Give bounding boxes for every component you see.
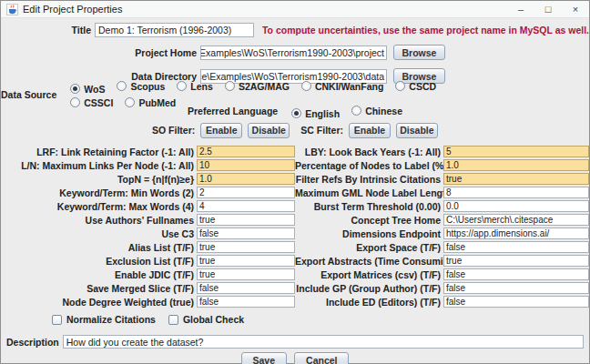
- minimize-button[interactable]: –: [507, 1, 534, 18]
- radio-label: CSCD: [409, 81, 436, 92]
- property-input-lrf-link-retaining-factor-1-all[interactable]: [197, 146, 295, 157]
- property-label: Export Matrices (csv) (T/F): [295, 269, 443, 280]
- property-input-node-degree-weighted-true[interactable]: [197, 296, 295, 308]
- property-input-include-ed-editors-t-f[interactable]: [443, 296, 589, 308]
- property-input-lby-look-back-years-1-all[interactable]: [443, 146, 589, 157]
- action-buttons: Save Cancel: [1, 352, 589, 364]
- radio-unselected-icon: [125, 97, 135, 107]
- cancel-button[interactable]: Cancel: [294, 352, 349, 364]
- radio-label: S2AG/MAG: [239, 81, 290, 92]
- property-input-l-n-maximum-links-per-node-1-all[interactable]: [197, 159, 295, 171]
- property-label: Enable JDIC (T/F): [1, 269, 197, 280]
- radio-pubmed[interactable]: PubMed: [125, 97, 176, 108]
- sc-filter-enable-button[interactable]: Enable: [349, 123, 391, 138]
- project-home-browse-button[interactable]: Browse: [393, 45, 445, 60]
- property-row-keyword-term-min-words-2: Keyword/Term: Min Words (2): [1, 186, 295, 199]
- property-label: Exclusion List (T/F): [1, 256, 197, 267]
- checkbox-unchecked-icon: [52, 315, 62, 325]
- property-row-lby-look-back-years-1-all: LBY: Look Back Years (-1: All): [295, 145, 589, 158]
- data-source-row: Data Source WoSScopusLensS2AG/MAGCNKI/Wa…: [1, 88, 589, 101]
- property-input-use-c3[interactable]: [197, 228, 295, 239]
- radio-label: CNKI/WanFang: [315, 81, 383, 92]
- radio-cscd[interactable]: CSCD: [395, 81, 436, 92]
- checkbox-normalize-citations[interactable]: Normalize Citations: [52, 314, 156, 325]
- property-input-use-authors-fullnames[interactable]: [197, 214, 295, 226]
- radio-unselected-icon: [301, 81, 311, 91]
- property-row-export-matrices-csv-t-f: Export Matrices (csv) (T/F): [295, 268, 589, 281]
- radio-lens[interactable]: Lens: [177, 81, 213, 92]
- radio-english[interactable]: English: [291, 108, 340, 119]
- checkbox-label: Normalize Citations: [66, 314, 156, 325]
- property-label: Use Authors' Fullnames: [1, 215, 197, 226]
- property-input-keyword-term-min-words-2[interactable]: [197, 187, 295, 198]
- property-row-export-abstracts-time-consuming-t-f: Export Abstracts (Time Consuming) (T/F): [295, 254, 589, 268]
- radio-chinese[interactable]: Chinese: [351, 106, 402, 116]
- property-input-export-abstracts-time-consuming-t-f[interactable]: [443, 255, 589, 267]
- property-label: Concept Tree Home: [295, 215, 443, 226]
- property-input-enable-jdic-t-f[interactable]: [197, 268, 295, 280]
- property-label: Dimensions Endpoint: [295, 228, 443, 239]
- radio-unselected-icon: [225, 81, 235, 91]
- save-button[interactable]: Save: [241, 352, 288, 364]
- property-row-keyword-term-max-words-4: Keyword/Term: Max Words (4): [1, 199, 295, 213]
- property-input-save-merged-slice-t-f[interactable]: [197, 282, 295, 294]
- so-filter-enable-button[interactable]: Enable: [200, 123, 242, 138]
- filter-row: SO Filter: Enable Disable SC Filter: Ena…: [1, 122, 589, 138]
- property-input-export-matrices-csv-t-f[interactable]: [443, 268, 589, 280]
- property-row-exclusion-list-t-f: Exclusion List (T/F): [1, 254, 295, 268]
- property-input-keyword-term-max-words-4[interactable]: [197, 200, 295, 212]
- property-input-exclusion-list-t-f[interactable]: [197, 255, 295, 267]
- property-input-topn-n-f-n-e[interactable]: [197, 173, 295, 185]
- title-input[interactable]: [95, 23, 254, 37]
- title-label: Title: [1, 25, 95, 35]
- radio-selected-icon: [291, 108, 301, 118]
- right-properties-column: LBY: Look Back Years (-1: All)Percentage…: [295, 145, 589, 308]
- property-row-dimensions-endpoint: Dimensions Endpoint: [295, 227, 589, 240]
- radio-label: Scopus: [130, 81, 165, 92]
- property-label: Percentage of Nodes to Label (%): [295, 160, 443, 171]
- property-row-alias-list-t-f: Alias List (T/F): [1, 240, 295, 254]
- property-label: Export Abstracts (Time Consuming) (T/F): [295, 256, 443, 267]
- property-row-include-ed-editors-t-f: Include ED (Editors) (T/F): [295, 295, 589, 308]
- property-input-concept-tree-home[interactable]: [443, 214, 589, 226]
- close-button[interactable]: ×: [562, 1, 589, 18]
- property-label: TopN = {n|f(n)≥e}: [1, 174, 197, 185]
- property-label: Keyword/Term: Max Words (4): [1, 201, 197, 212]
- checkbox-global-check[interactable]: Global Check: [168, 314, 244, 325]
- property-row-use-authors-fullnames: Use Authors' Fullnames: [1, 213, 295, 227]
- property-input-percentage-of-nodes-to-label[interactable]: [443, 159, 589, 171]
- title-bar[interactable]: Edit Project Properties – □ ×: [1, 1, 589, 18]
- window-title: Edit Project Properties: [23, 4, 507, 15]
- maximize-button[interactable]: □: [534, 1, 562, 18]
- radio-label: English: [305, 108, 340, 119]
- project-home-row: Project Home erch\.citespace\Examples\Wo…: [1, 45, 589, 60]
- radio-cnki-wanfang[interactable]: CNKI/WanFang: [301, 81, 383, 92]
- checkbox-label: Global Check: [183, 314, 244, 325]
- property-input-maximum-gml-node-label-length-8[interactable]: [443, 187, 589, 198]
- property-row-export-space-t-f: Export Space (T/F): [295, 240, 589, 254]
- radio-cssci[interactable]: CSSCI: [70, 97, 113, 108]
- edit-project-properties-dialog: Edit Project Properties – □ × Title To c…: [0, 0, 590, 364]
- property-label: Use C3: [1, 228, 197, 239]
- description-input[interactable]: [63, 335, 584, 349]
- so-filter-disable-button[interactable]: Disable: [248, 123, 290, 138]
- property-input-alias-list-t-f[interactable]: [197, 241, 295, 253]
- property-input-export-space-t-f[interactable]: [443, 241, 589, 253]
- radio-label: Chinese: [365, 106, 402, 116]
- property-label: Include ED (Editors) (T/F): [295, 297, 443, 308]
- project-home-label: Project Home: [1, 47, 200, 58]
- radio-label: Lens: [190, 81, 213, 92]
- property-input-burst-term-threshold-0-00[interactable]: [443, 200, 589, 212]
- radio-s2ag-mag[interactable]: S2AG/MAG: [225, 81, 290, 92]
- project-home-input[interactable]: erch\.citespace\Examples\WoS\Terrorism19…: [200, 46, 387, 60]
- radio-wos[interactable]: WoS: [70, 84, 105, 95]
- sc-filter-disable-button[interactable]: Disable: [396, 123, 438, 138]
- property-input-dimensions-endpoint[interactable]: [443, 228, 589, 239]
- property-input-include-gp-group-author-t-f[interactable]: [443, 282, 589, 294]
- so-filter-label: SO Filter:: [152, 125, 195, 136]
- radio-label: PubMed: [138, 97, 176, 108]
- property-row-burst-term-threshold-0-00: Burst Term Threshold (0.00): [295, 199, 589, 213]
- radio-label: CSSCI: [84, 97, 113, 108]
- property-input-filter-refs-by-intrinsic-citations[interactable]: [443, 173, 589, 185]
- radio-scopus[interactable]: Scopus: [117, 81, 165, 92]
